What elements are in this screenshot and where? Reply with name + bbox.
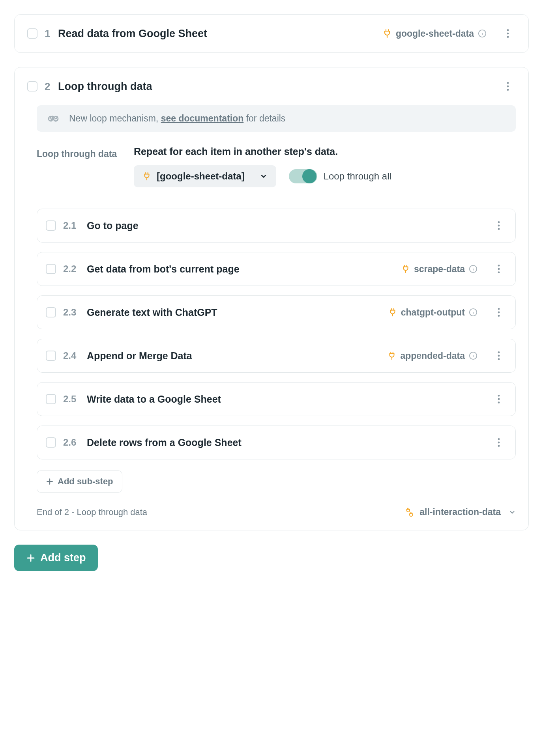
svg-point-22 [498,312,500,314]
substep-number: 2.4 [63,350,80,361]
add-step-label: Add step [40,552,86,564]
step-header[interactable]: 2 Loop through data [15,67,528,105]
substep-title: Delete rows from a Google Sheet [87,437,242,448]
more-menu-button[interactable] [491,348,507,364]
output-tag[interactable]: scrape-data [401,264,477,274]
substep-checkbox[interactable] [46,437,56,448]
substep-number: 2.2 [63,263,80,274]
substep-header[interactable]: 2.3Generate text with ChatGPTchatgpt-out… [37,296,515,329]
chevron-down-icon [260,172,268,180]
toggle-label: Loop through all [324,171,391,182]
substep-checkbox[interactable] [46,264,56,274]
substep-header[interactable]: 2.5Write data to a Google Sheet [37,383,515,416]
loop-all-toggle-wrap: Loop through all [289,169,391,183]
more-menu-button[interactable] [500,78,516,94]
substep-checkbox[interactable] [46,351,56,361]
svg-point-28 [498,355,500,357]
svg-point-3 [507,29,509,31]
info-icon[interactable] [478,29,487,38]
loop-all-toggle[interactable] [289,169,317,183]
svg-point-21 [498,308,500,310]
step-header[interactable]: 1 Read data from Google Sheet google-she… [15,15,528,52]
substep-number: 2.1 [63,220,80,231]
data-source-select[interactable]: [google-sheet-data] [134,165,276,187]
double-plug-icon [404,507,415,517]
svg-point-16 [498,268,500,270]
substep-card: 2.2Get data from bot's current pagescrap… [37,252,516,286]
step-checkbox[interactable] [27,28,37,39]
svg-point-15 [498,265,500,267]
output-tag[interactable]: appended-data [388,351,477,361]
loop-footer: End of 2 - Loop through data all-interac… [37,507,516,517]
svg-point-23 [498,315,500,317]
chevron-down-icon [509,509,516,516]
plug-icon [382,29,392,38]
substep-title: Write data to a Google Sheet [87,394,221,405]
config-label: Loop through data [37,146,120,187]
more-menu-button[interactable] [491,391,507,407]
substep-header[interactable]: 2.6Delete rows from a Google Sheet [37,426,515,459]
add-substep-label: Add sub-step [58,476,113,487]
substep-number: 2.5 [63,394,80,405]
svg-point-17 [498,271,500,273]
svg-point-34 [498,442,500,444]
more-menu-button[interactable] [491,435,507,450]
plus-icon [46,478,54,485]
output-tag[interactable]: chatgpt-output [388,307,477,318]
step-title: Loop through data [58,80,152,93]
more-menu-button[interactable] [500,26,516,41]
svg-point-35 [498,445,500,447]
substep-checkbox[interactable] [46,220,56,231]
info-icon[interactable] [469,351,477,360]
substep-title: Append or Merge Data [87,350,192,362]
config-row: Loop through data Repeat for each item i… [37,146,516,187]
documentation-link[interactable]: see documentation [161,113,244,123]
svg-point-6 [507,82,509,84]
substep-number: 2.3 [63,307,80,318]
notice-prefix: New loop mechanism, [69,113,161,123]
substep-checkbox[interactable] [46,394,56,404]
config-heading: Repeat for each item in another step's d… [134,146,516,157]
output-label: chatgpt-output [401,307,465,318]
loop-notice: New loop mechanism, see documentation fo… [37,105,516,132]
config-content: Repeat for each item in another step's d… [134,146,516,187]
footer-output-label: all-interaction-data [419,507,501,517]
select-value: [google-sheet-data] [157,171,245,182]
info-icon[interactable] [469,265,477,273]
add-substep-button[interactable]: Add sub-step [37,470,122,493]
step-number: 2 [45,80,51,93]
step-number: 1 [45,28,51,40]
step-checkbox[interactable] [27,81,37,91]
substep-card: 2.4Append or Merge Dataappended-data [37,339,516,373]
output-label: google-sheet-data [396,28,474,39]
loop-body: New loop mechanism, see documentation fo… [15,105,528,530]
more-menu-button[interactable] [491,304,507,320]
svg-point-29 [498,358,500,360]
output-tag[interactable]: google-sheet-data [382,28,487,39]
output-label: scrape-data [414,264,465,274]
svg-point-31 [498,398,500,400]
plug-icon [388,308,397,317]
more-menu-button[interactable] [491,261,507,277]
substep-header[interactable]: 2.4Append or Merge Dataappended-data [37,339,515,372]
plug-icon [401,265,410,273]
step-title: Read data from Google Sheet [58,28,207,40]
substep-header[interactable]: 2.2Get data from bot's current pagescrap… [37,252,515,286]
substep-title: Go to page [87,220,139,231]
infinity-icon [47,114,61,123]
output-label: appended-data [400,351,465,361]
substep-checkbox[interactable] [46,307,56,317]
footer-output[interactable]: all-interaction-data [404,507,516,517]
notice-text: New loop mechanism, see documentation fo… [69,113,285,124]
substep-card: 2.5Write data to a Google Sheet [37,382,516,416]
add-step-button[interactable]: Add step [14,545,98,571]
substeps-container: 2.1Go to page2.2Get data from bot's curr… [37,209,516,459]
more-menu-button[interactable] [491,218,507,233]
substep-header[interactable]: 2.1Go to page [37,209,515,242]
svg-point-30 [498,395,500,397]
plug-icon [388,351,396,360]
svg-point-5 [507,36,509,38]
loop-footer-text: End of 2 - Loop through data [37,507,147,517]
svg-point-7 [507,86,509,88]
info-icon[interactable] [469,308,477,317]
